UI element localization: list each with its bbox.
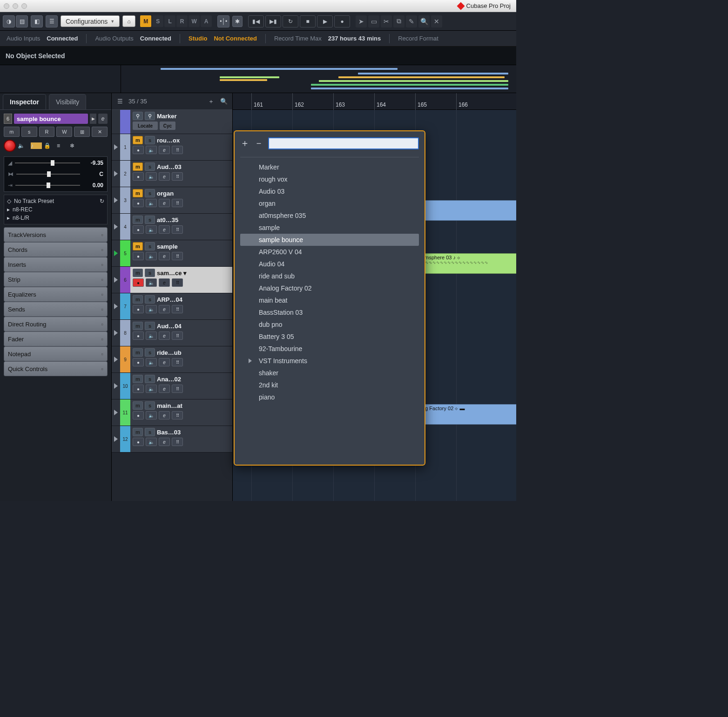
clip-bg-blue[interactable] (410, 200, 516, 221)
search-result-item[interactable]: Audio 04 (240, 258, 419, 270)
search-result-item[interactable]: VST Instruments (240, 355, 419, 367)
clip-analog-factory[interactable]: Analog Factory 02 ⟐ ▬ (410, 404, 516, 425)
inspector-section-fader[interactable]: Fader▫ (4, 331, 108, 346)
search-result-item[interactable]: ARP2600 V 04 (240, 246, 419, 258)
track-solo-button[interactable]: s (145, 269, 155, 277)
track-mute-button[interactable]: m (133, 401, 143, 410)
play-button[interactable]: ▶ (317, 15, 333, 27)
search-result-item[interactable]: ride and sub (240, 270, 419, 282)
forward-button[interactable]: ▶▮ (265, 15, 281, 27)
zoom-tool[interactable]: 🔍 (418, 15, 430, 27)
track-monitor-button[interactable]: 🔈 (146, 225, 157, 234)
track-rec-button[interactable]: ● (133, 385, 144, 393)
volume-value[interactable]: -9.35 (83, 160, 103, 166)
range-tool[interactable]: ▭ (368, 15, 379, 27)
rewind-button[interactable]: ▮◀ (248, 15, 264, 27)
autoscroll-button[interactable]: •│• (217, 15, 229, 27)
listen-button[interactable]: L (164, 15, 175, 27)
inspector-section-equalizers[interactable]: Equalizers▫ (4, 287, 108, 302)
track-solo-button[interactable]: s (145, 428, 155, 436)
track-solo-button[interactable]: s (145, 136, 155, 144)
track-rec-button[interactable]: ● (133, 438, 144, 446)
track-edit-button[interactable]: e (159, 278, 170, 287)
insp-lanes-button[interactable]: ⊞ (74, 127, 90, 137)
track-rec-button[interactable]: ● (133, 172, 144, 181)
track-monitor-button[interactable]: 🔈 (146, 172, 157, 181)
track-edit-button[interactable]: e (159, 411, 170, 419)
marker-cycle-button[interactable]: Cyc (160, 122, 175, 130)
timeline-ruler[interactable]: 161162163164165166 (233, 93, 516, 110)
track-rec-button[interactable]: ● (133, 252, 144, 260)
track-rec-button[interactable]: ● (133, 199, 144, 207)
track-edit-button[interactable]: e (159, 199, 170, 207)
insp-solo-button[interactable]: s (21, 127, 37, 137)
track-row[interactable]: ⚲⚲MarkerLocateCyc (112, 110, 232, 134)
track-solo-button[interactable]: s (145, 322, 155, 330)
search-result-item[interactable]: 92-Tambourine (240, 343, 419, 355)
track-row[interactable]: 6mssam…ce ▾●🔈e⠿ (112, 267, 232, 293)
clip-atmosphere[interactable]: at0msphere 03 ♪ ⟐∿∿∿∿∿∿∿∿∿∿∿∿∿∿∿∿∿∿∿ (415, 253, 516, 274)
track-row[interactable]: 5mssample●🔈e⠿ (112, 240, 232, 267)
search-result-item[interactable]: Audio 03 (240, 185, 419, 197)
inspector-section-inserts[interactable]: Inserts▫ (4, 257, 108, 272)
pan-value[interactable]: C (83, 171, 103, 177)
track-rec-button[interactable]: ● (133, 278, 144, 287)
track-rec-button[interactable]: ● (133, 225, 144, 234)
track-edit-button[interactable]: e (159, 358, 170, 366)
track-search-input[interactable] (268, 137, 419, 149)
pointer-tool[interactable]: ➤ (356, 15, 367, 27)
a-button[interactable]: A (201, 15, 212, 27)
constrain-button[interactable]: ◧ (31, 15, 43, 27)
glue-tool[interactable]: ⧉ (393, 15, 404, 27)
inspector-section-chords[interactable]: Chords▫ (4, 242, 108, 257)
insp-lane-button[interactable]: ≡ (57, 142, 68, 149)
track-monitor-button[interactable]: 🔈 (146, 278, 157, 287)
insp-freeze-button[interactable]: ❄ (70, 142, 81, 149)
search-result-item[interactable]: Analog Factory 02 (240, 282, 419, 294)
add-track-button[interactable]: ＋ (206, 97, 216, 106)
search-result-item[interactable]: dub pno (240, 318, 419, 331)
track-solo-button[interactable]: s (145, 189, 155, 197)
mac-close-button[interactable] (4, 3, 9, 9)
track-mute-button[interactable]: m (133, 322, 143, 330)
track-mute-button[interactable]: m (133, 348, 143, 357)
track-solo-button[interactable]: s (145, 401, 155, 410)
search-result-item[interactable]: Marker (240, 161, 419, 173)
track-edit-button[interactable]: e (159, 225, 170, 234)
configurations-dropdown[interactable]: Configurations ▼ (61, 15, 120, 27)
mute-all-button[interactable]: M (140, 15, 151, 27)
cycle-button[interactable]: ↻ (283, 15, 298, 27)
track-edit-button[interactable]: e (159, 252, 170, 260)
home-button[interactable]: ⌂ (122, 15, 135, 27)
track-row[interactable]: 11msmain…at●🔈e⠿ (112, 399, 232, 426)
list-button[interactable]: ☰ (46, 15, 58, 27)
expand-all-button[interactable]: ＋ (240, 137, 249, 149)
track-edit-button[interactable]: e (159, 331, 170, 340)
volume-slider[interactable] (15, 162, 80, 163)
track-edit-button[interactable]: e (159, 146, 170, 154)
search-result-item[interactable]: rough vox (240, 173, 419, 185)
track-mute-button[interactable]: m (133, 136, 143, 144)
search-result-item[interactable]: Battery 3 05 (240, 331, 419, 343)
search-result-item[interactable]: sample bounce (240, 234, 419, 246)
delay-slider[interactable] (15, 185, 80, 186)
track-solo-button[interactable]: s (145, 242, 155, 250)
track-solo-button[interactable]: s (145, 216, 155, 224)
reload-preset-icon[interactable]: ↻ (100, 198, 104, 204)
search-result-item[interactable]: sample (240, 222, 419, 234)
pan-slider[interactable] (16, 174, 80, 175)
insp-lock-button[interactable]: 🔒 (44, 142, 55, 149)
inspector-section-strip[interactable]: Strip▫ (4, 272, 108, 287)
track-monitor-button[interactable]: 🔈 (146, 252, 157, 260)
mac-zoom-button[interactable] (21, 3, 27, 9)
track-row[interactable]: 7msARP…04●🔈e⠿ (112, 293, 232, 320)
edit-channel-button[interactable]: e (98, 114, 108, 124)
tab-visibility[interactable]: Visibility (49, 94, 86, 109)
scissors-tool[interactable]: ✂ (381, 15, 392, 27)
insp-mute-button[interactable]: m (4, 127, 20, 137)
search-result-item[interactable]: organ (240, 197, 419, 210)
marker-locate-button[interactable]: Locate (133, 122, 158, 130)
search-result-item[interactable]: 2nd kit (240, 379, 419, 391)
track-row[interactable]: 12msBas…03●🔈e⠿ (112, 426, 232, 453)
search-result-item[interactable]: at0msphere 035 (240, 210, 419, 222)
